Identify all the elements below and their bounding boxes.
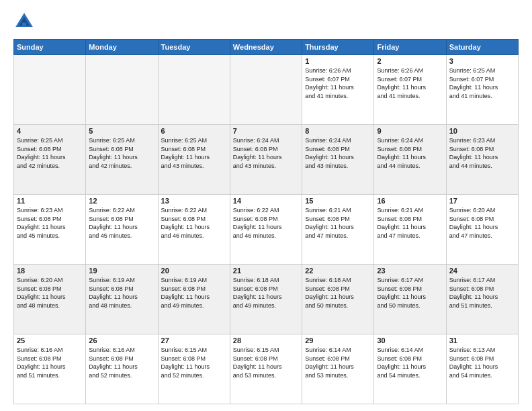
day-info: Sunrise: 6:20 AM Sunset: 6:08 PM Dayligh… [449, 206, 515, 240]
day-of-week-header: Sunday [14, 40, 86, 55]
day-number: 13 [161, 197, 227, 205]
day-info: Sunrise: 6:22 AM Sunset: 6:08 PM Dayligh… [89, 206, 154, 240]
day-info: Sunrise: 6:14 AM Sunset: 6:08 PM Dayligh… [377, 346, 443, 379]
logo-icon [13, 11, 35, 32]
calendar-cell [158, 55, 230, 125]
day-of-week-header: Wednesday [230, 40, 302, 55]
day-number: 20 [161, 267, 227, 275]
calendar-week-row: 25Sunrise: 6:16 AM Sunset: 6:08 PM Dayli… [14, 334, 519, 404]
day-info: Sunrise: 6:22 AM Sunset: 6:08 PM Dayligh… [161, 206, 227, 240]
calendar-cell: 1Sunrise: 6:26 AM Sunset: 6:07 PM Daylig… [302, 55, 374, 125]
calendar-cell: 11Sunrise: 6:23 AM Sunset: 6:08 PM Dayli… [14, 195, 86, 265]
day-number: 12 [89, 197, 154, 205]
day-number: 10 [449, 127, 515, 135]
day-info: Sunrise: 6:19 AM Sunset: 6:08 PM Dayligh… [161, 276, 227, 310]
calendar-cell: 16Sunrise: 6:21 AM Sunset: 6:08 PM Dayli… [374, 195, 446, 265]
day-number: 18 [17, 267, 83, 275]
day-info: Sunrise: 6:13 AM Sunset: 6:08 PM Dayligh… [449, 346, 515, 379]
day-info: Sunrise: 6:17 AM Sunset: 6:08 PM Dayligh… [377, 276, 443, 310]
day-number: 2 [377, 57, 443, 65]
day-number: 23 [377, 267, 443, 275]
calendar-cell: 27Sunrise: 6:15 AM Sunset: 6:08 PM Dayli… [158, 334, 230, 404]
calendar-cell: 6Sunrise: 6:25 AM Sunset: 6:08 PM Daylig… [158, 125, 230, 195]
calendar-cell [14, 55, 86, 125]
day-of-week-header: Monday [86, 40, 158, 55]
day-of-week-header: Saturday [446, 40, 518, 55]
calendar-cell: 18Sunrise: 6:20 AM Sunset: 6:08 PM Dayli… [14, 265, 86, 334]
day-number: 8 [305, 127, 371, 135]
calendar-cell: 15Sunrise: 6:21 AM Sunset: 6:08 PM Dayli… [302, 195, 374, 265]
day-number: 7 [233, 127, 299, 135]
day-of-week-header: Friday [374, 40, 446, 55]
calendar-cell: 7Sunrise: 6:24 AM Sunset: 6:08 PM Daylig… [230, 125, 302, 195]
day-number: 4 [17, 127, 83, 135]
calendar-cell: 20Sunrise: 6:19 AM Sunset: 6:08 PM Dayli… [158, 265, 230, 334]
day-number: 28 [233, 336, 299, 345]
day-info: Sunrise: 6:21 AM Sunset: 6:08 PM Dayligh… [377, 206, 443, 240]
day-number: 19 [89, 267, 154, 275]
calendar-header-row: SundayMondayTuesdayWednesdayThursdayFrid… [14, 40, 519, 55]
calendar-table: SundayMondayTuesdayWednesdayThursdayFrid… [13, 39, 519, 404]
day-info: Sunrise: 6:25 AM Sunset: 6:08 PM Dayligh… [17, 136, 83, 170]
day-number: 21 [233, 267, 299, 275]
day-info: Sunrise: 6:24 AM Sunset: 6:08 PM Dayligh… [305, 136, 371, 170]
calendar-week-row: 18Sunrise: 6:20 AM Sunset: 6:08 PM Dayli… [14, 265, 519, 334]
calendar-cell: 12Sunrise: 6:22 AM Sunset: 6:08 PM Dayli… [86, 195, 158, 265]
day-info: Sunrise: 6:23 AM Sunset: 6:08 PM Dayligh… [17, 206, 83, 240]
day-info: Sunrise: 6:24 AM Sunset: 6:08 PM Dayligh… [233, 136, 299, 170]
calendar-cell [230, 55, 302, 125]
day-info: Sunrise: 6:26 AM Sunset: 6:07 PM Dayligh… [305, 66, 371, 100]
day-number: 25 [17, 336, 83, 345]
day-number: 5 [89, 127, 154, 135]
day-info: Sunrise: 6:16 AM Sunset: 6:08 PM Dayligh… [17, 346, 83, 379]
calendar-cell: 28Sunrise: 6:15 AM Sunset: 6:08 PM Dayli… [230, 334, 302, 404]
day-of-week-header: Tuesday [158, 40, 230, 55]
calendar-cell [86, 55, 158, 125]
page: SundayMondayTuesdayWednesdayThursdayFrid… [0, 0, 532, 411]
svg-rect-2 [22, 23, 26, 27]
calendar-cell: 24Sunrise: 6:17 AM Sunset: 6:08 PM Dayli… [446, 265, 518, 334]
day-number: 15 [305, 197, 371, 205]
day-number: 16 [377, 197, 443, 205]
day-number: 30 [377, 336, 443, 345]
calendar-cell: 2Sunrise: 6:26 AM Sunset: 6:07 PM Daylig… [374, 55, 446, 125]
calendar-cell: 26Sunrise: 6:16 AM Sunset: 6:08 PM Dayli… [86, 334, 158, 404]
calendar-cell: 14Sunrise: 6:22 AM Sunset: 6:08 PM Dayli… [230, 195, 302, 265]
day-info: Sunrise: 6:20 AM Sunset: 6:08 PM Dayligh… [17, 276, 83, 310]
calendar-cell: 17Sunrise: 6:20 AM Sunset: 6:08 PM Dayli… [446, 195, 518, 265]
day-info: Sunrise: 6:21 AM Sunset: 6:08 PM Dayligh… [305, 206, 371, 240]
calendar-cell: 21Sunrise: 6:18 AM Sunset: 6:08 PM Dayli… [230, 265, 302, 334]
day-info: Sunrise: 6:17 AM Sunset: 6:08 PM Dayligh… [449, 276, 515, 310]
calendar-cell: 31Sunrise: 6:13 AM Sunset: 6:08 PM Dayli… [446, 334, 518, 404]
calendar-cell: 29Sunrise: 6:14 AM Sunset: 6:08 PM Dayli… [302, 334, 374, 404]
calendar-week-row: 1Sunrise: 6:26 AM Sunset: 6:07 PM Daylig… [14, 55, 519, 125]
day-number: 14 [233, 197, 299, 205]
day-info: Sunrise: 6:16 AM Sunset: 6:08 PM Dayligh… [89, 346, 154, 379]
calendar-cell: 30Sunrise: 6:14 AM Sunset: 6:08 PM Dayli… [374, 334, 446, 404]
calendar-cell: 22Sunrise: 6:18 AM Sunset: 6:08 PM Dayli… [302, 265, 374, 334]
day-number: 6 [161, 127, 227, 135]
day-info: Sunrise: 6:19 AM Sunset: 6:08 PM Dayligh… [89, 276, 154, 310]
calendar-cell: 3Sunrise: 6:25 AM Sunset: 6:07 PM Daylig… [446, 55, 518, 125]
day-info: Sunrise: 6:15 AM Sunset: 6:08 PM Dayligh… [233, 346, 299, 379]
calendar-cell: 19Sunrise: 6:19 AM Sunset: 6:08 PM Dayli… [86, 265, 158, 334]
day-info: Sunrise: 6:23 AM Sunset: 6:08 PM Dayligh… [449, 136, 515, 170]
day-number: 11 [17, 197, 83, 205]
calendar-cell: 23Sunrise: 6:17 AM Sunset: 6:08 PM Dayli… [374, 265, 446, 334]
day-number: 24 [449, 267, 515, 275]
day-info: Sunrise: 6:26 AM Sunset: 6:07 PM Dayligh… [377, 66, 443, 100]
calendar-cell: 9Sunrise: 6:24 AM Sunset: 6:08 PM Daylig… [374, 125, 446, 195]
logo [13, 11, 38, 32]
day-number: 31 [449, 336, 515, 345]
day-number: 1 [305, 57, 371, 65]
calendar-week-row: 4Sunrise: 6:25 AM Sunset: 6:08 PM Daylig… [14, 125, 519, 195]
calendar-cell: 5Sunrise: 6:25 AM Sunset: 6:08 PM Daylig… [86, 125, 158, 195]
calendar-cell: 8Sunrise: 6:24 AM Sunset: 6:08 PM Daylig… [302, 125, 374, 195]
day-number: 9 [377, 127, 443, 135]
day-info: Sunrise: 6:25 AM Sunset: 6:07 PM Dayligh… [449, 66, 515, 100]
day-info: Sunrise: 6:25 AM Sunset: 6:08 PM Dayligh… [161, 136, 227, 170]
calendar-cell: 13Sunrise: 6:22 AM Sunset: 6:08 PM Dayli… [158, 195, 230, 265]
day-number: 27 [161, 336, 227, 345]
day-info: Sunrise: 6:15 AM Sunset: 6:08 PM Dayligh… [161, 346, 227, 379]
day-info: Sunrise: 6:22 AM Sunset: 6:08 PM Dayligh… [233, 206, 299, 240]
